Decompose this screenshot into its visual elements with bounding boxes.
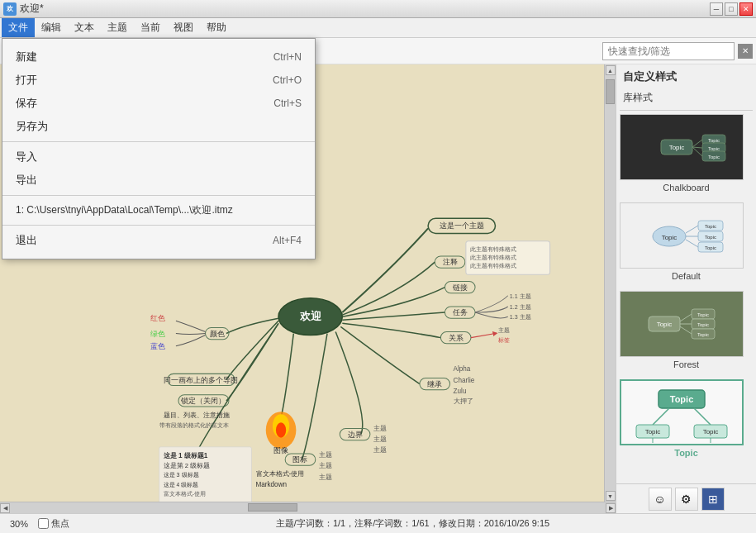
svg-text:1.1 主题: 1.1 主题 [510, 293, 531, 300]
mindmap-vscroll[interactable]: ▲ ▼ [604, 64, 616, 502]
chalkboard-label: Chalkboard [620, 183, 753, 193]
menu-recent-1[interactable]: 1: C:\Users\tnyi\AppData\Local\Temp\...\… [2, 199, 315, 221]
status-text: 主题/字词数：1/1，注释/字词数：1/61，修改日期：2016/10/26 9… [76, 517, 749, 530]
app-icon: 欢 [3, 2, 17, 16]
menu-view[interactable]: 视图 [167, 18, 200, 37]
style-item-clean[interactable]: Topic Topic Topic [620, 379, 753, 458]
menu-saveas[interactable]: 另存为 [2, 115, 315, 138]
svg-text:1.2 主题: 1.2 主题 [510, 304, 531, 311]
svg-text:主题: 主题 [498, 327, 510, 334]
search-clear-button[interactable]: ✕ [738, 44, 753, 59]
svg-text:Topic: Topic [669, 144, 685, 151]
menu-exit[interactable]: 退出 Alt+F4 [2, 229, 315, 252]
vscroll-down[interactable]: ▼ [606, 491, 616, 501]
menu-group-3: 1: C:\Users\tnyi\AppData\Local\Temp\...\… [2, 196, 315, 226]
svg-text:关系: 关系 [449, 334, 464, 342]
svg-text:注释: 注释 [443, 258, 458, 266]
mindmap-hscroll[interactable]: ◀ ▶ [0, 502, 616, 513]
svg-text:此主题有特殊格式: 此主题有特殊格式 [470, 255, 516, 261]
menu-text[interactable]: 文本 [68, 18, 101, 37]
style-item-default[interactable]: Topic Topic Topic Topic [620, 202, 753, 281]
svg-text:任务: 任务 [452, 308, 468, 316]
focus-checkbox[interactable]: 焦点 [38, 517, 69, 530]
svg-text:主题: 主题 [319, 474, 332, 481]
menu-open-shortcut: Ctrl+O [273, 74, 302, 86]
svg-text:Topic: Topic [697, 322, 709, 327]
svg-text:富文本格式-使用: 富文本格式-使用 [164, 491, 206, 497]
menu-save-label: 保存 [16, 96, 37, 111]
maximize-button[interactable]: □ [725, 2, 738, 16]
menu-save[interactable]: 保存 Ctrl+S [2, 92, 315, 115]
focus-label: 焦点 [51, 517, 69, 530]
svg-text:此主题有特殊格式: 此主题有特殊格式 [470, 263, 516, 269]
search-input[interactable] [602, 42, 735, 60]
vscroll-thumb[interactable] [606, 79, 615, 104]
default-thumbnail[interactable]: Topic Topic Topic Topic [620, 202, 744, 269]
menu-file[interactable]: 文件 [2, 18, 35, 37]
svg-text:Topic: Topic [708, 146, 720, 151]
svg-text:Topic: Topic [708, 155, 720, 159]
panel-scrollable[interactable]: Topic Topic Topic Topic [616, 111, 756, 483]
panel-icon-settings[interactable]: ⚙ [675, 488, 698, 511]
close-button[interactable]: ✕ [739, 2, 753, 16]
hscroll-thumb[interactable] [248, 503, 297, 512]
file-menu: 新建 Ctrl+N 打开 Ctrl+O 保存 Ctrl+S 另存为 导入 导出 … [2, 38, 316, 259]
vscroll-up[interactable]: ▲ [606, 65, 616, 75]
menu-open[interactable]: 打开 Ctrl+O [2, 69, 315, 92]
svg-text:这是 3 级标题: 这是 3 级标题 [164, 472, 199, 478]
svg-text:主题: 主题 [373, 425, 387, 432]
svg-text:Topic: Topic [708, 138, 720, 143]
panel-subheader: 库样式 [616, 89, 756, 110]
svg-text:Topic: Topic [697, 312, 709, 317]
focus-check-input[interactable] [38, 518, 49, 529]
titlebar-title: 欢迎* [20, 2, 44, 16]
menu-theme[interactable]: 主题 [101, 18, 134, 37]
default-preview: Topic Topic Topic Topic [620, 203, 743, 268]
titlebar-controls: ─ □ ✕ [710, 2, 753, 16]
svg-text:继承: 继承 [427, 380, 442, 388]
style-item-forest[interactable]: Topic Topic Topic Topic For [620, 291, 753, 369]
chalkboard-thumbnail[interactable]: Topic Topic Topic Topic [620, 114, 744, 180]
panel-icon-view[interactable]: ⊞ [701, 488, 725, 511]
svg-text:Topic: Topic [697, 332, 709, 337]
menu-export[interactable]: 导出 [2, 169, 315, 192]
svg-text:欢迎: 欢迎 [299, 310, 322, 322]
svg-text:富文本格式-使用: 富文本格式-使用 [256, 470, 305, 478]
menu-group-2: 导入 导出 [2, 142, 315, 196]
svg-text:Topic: Topic [705, 235, 716, 240]
menu-current[interactable]: 当前 [134, 18, 167, 37]
hscroll-track[interactable] [10, 502, 606, 513]
menu-new[interactable]: 新建 Ctrl+N [2, 45, 315, 69]
menu-help[interactable]: 帮助 [200, 18, 233, 37]
menu-import[interactable]: 导入 [2, 145, 315, 169]
svg-text:同一画布上的多个导图: 同一画布上的多个导图 [164, 376, 238, 384]
clean-thumbnail[interactable]: Topic Topic Topic [620, 379, 744, 445]
svg-text:这是第 2 级标题: 这是第 2 级标题 [164, 462, 210, 469]
svg-text:图像: 图像 [273, 446, 288, 454]
svg-text:Topic: Topic [657, 321, 673, 328]
forest-thumbnail[interactable]: Topic Topic Topic Topic [620, 291, 744, 357]
svg-text:链接: 链接 [452, 283, 468, 292]
minimize-button[interactable]: ─ [710, 2, 723, 16]
svg-text:红色: 红色 [150, 314, 165, 322]
hscroll-left[interactable]: ◀ [0, 503, 10, 513]
panel-icon-smile[interactable]: ☺ [649, 488, 672, 511]
svg-text:主题: 主题 [319, 451, 332, 459]
svg-text:Charlie: Charlie [454, 377, 475, 384]
hscroll-right[interactable]: ▶ [606, 503, 616, 513]
style-item-chalkboard[interactable]: Topic Topic Topic Topic [620, 114, 753, 193]
vscroll-track[interactable] [605, 75, 616, 491]
menu-import-label: 导入 [16, 150, 37, 164]
zoom-label: 30% [7, 519, 31, 529]
svg-text:Topic: Topic [670, 394, 694, 404]
svg-text:这是 1 级标题1: 这是 1 级标题1 [164, 451, 208, 459]
menu-edit[interactable]: 编辑 [35, 18, 68, 37]
svg-text:Zulu: Zulu [454, 388, 467, 395]
svg-text:题目、列表、注意措施: 题目、列表、注意措施 [164, 412, 230, 419]
clean-preview: Topic Topic Topic [621, 381, 742, 444]
svg-text:Topic: Topic [645, 428, 661, 435]
svg-text:带有段落的格式化的富文本: 带有段落的格式化的富文本 [159, 422, 229, 429]
svg-text:Topic: Topic [662, 234, 678, 241]
titlebar-left: 欢 欢迎* [3, 2, 44, 16]
svg-text:边界: 边界 [348, 431, 363, 439]
